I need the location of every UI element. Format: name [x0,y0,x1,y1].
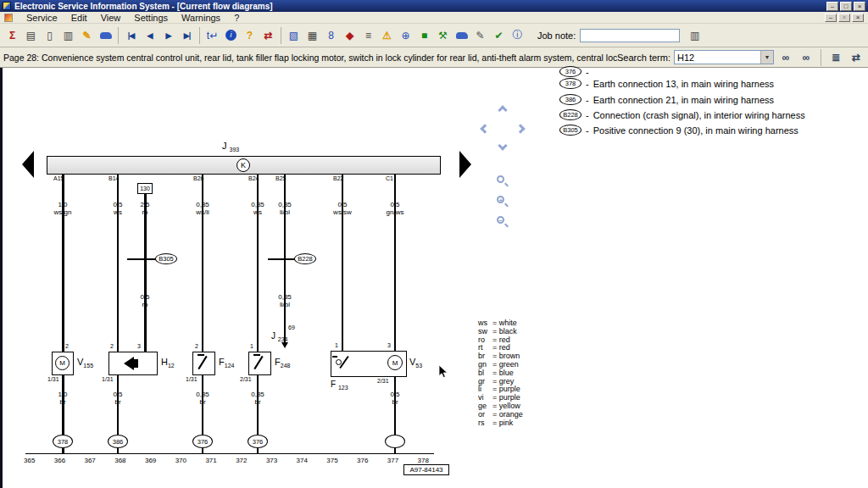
wire-spec: 0,35li/bl [278,293,292,308]
connection-ref-b228[interactable]: B228 [294,253,316,264]
connection-ref-b305[interactable]: B305 [155,253,177,264]
document-edit-icon[interactable]: ✎ [471,26,489,45]
search-term-label: Search term: [617,53,670,63]
job-card-icon[interactable]: ▥ [686,26,704,45]
menu-settings[interactable]: Settings [134,13,168,23]
component-label-f124[interactable]: F124 [219,357,234,369]
service-tools-icon[interactable]: ⚒ [434,26,452,45]
next-page-arrow[interactable] [459,151,471,178]
mdi-minimize-button[interactable]: – [825,14,837,22]
menu-edit[interactable]: Edit [71,13,87,23]
car-icon [100,32,112,39]
help-icon[interactable]: ? [241,26,259,45]
info-icon[interactable]: i [222,26,240,45]
zoom-out-icon[interactable]: − [495,215,509,229]
legend-row: 386 - Earth connection 21, in main wirin… [559,94,774,105]
component-label-f123[interactable]: F 123 [331,380,348,391]
component-label-j234[interactable]: J 234 [271,331,287,342]
user-number-icon[interactable]: 8 [322,26,340,45]
search-binoculars-icon[interactable]: ∞ [777,49,794,66]
legend-dash: - [586,110,589,120]
title-bar: Electronic Service Information System - … [0,0,868,12]
component-label-v53[interactable]: V53 [409,357,422,369]
gem-icon[interactable]: ◆ [341,26,359,45]
connection-ref-badge[interactable]: 376 [559,66,581,77]
fuse-box[interactable]: 130 [137,183,153,194]
connection-ref-badge[interactable]: 378 [559,78,581,89]
window-buttons: – □ × [826,2,865,11]
mdi-window-buttons: – ▫ × [825,14,864,22]
page-bar: Page 28: Convenience system central cont… [0,47,868,68]
wire-spec: 0,5ws/sw [333,201,352,216]
pin-label: 2/31 [377,378,389,384]
pin-label: 1 [335,342,338,348]
ground-ref-badge[interactable]: 376 [248,435,268,448]
ground-ref-badge[interactable]: 376 [192,435,213,448]
connection-ref-badge[interactable]: 386 [559,94,581,105]
connection-line [127,258,158,260]
component-label-h12[interactable]: H12 [161,357,175,369]
documents-icon[interactable]: ▥ [59,26,77,45]
menu-help[interactable]: ? [234,13,239,23]
pin-label: 2/31 [240,376,252,382]
ground-ref-badge[interactable]: 378 [53,435,73,448]
job-note-input[interactable] [580,29,680,42]
note-info-icon[interactable]: ⓘ [509,26,526,45]
notepad-icon[interactable]: ✎ [78,26,96,45]
component-label-j393[interactable]: J 393 [222,141,239,152]
minimize-button[interactable]: – [826,2,838,11]
globe-icon[interactable]: ⊕ [397,26,415,45]
print-icon[interactable]: ▤ [22,26,40,45]
pin-label: 1/31 [186,376,198,382]
previous-page-arrow[interactable] [22,151,34,178]
nav-first-icon[interactable]: |◀ [122,26,140,45]
spreadsheet-icon[interactable]: ▦ [303,26,321,45]
pin-label: 69 [288,324,295,330]
mdi-restore-button[interactable]: ▫ [838,14,850,22]
maximize-button[interactable]: □ [840,2,852,11]
new-document-icon[interactable]: ▯ [41,26,58,45]
wire-arrow [281,342,288,348]
ground-ref-badge[interactable] [385,435,405,448]
vehicle-icon[interactable] [97,26,114,45]
parts-icon[interactable]: ■ [415,26,433,45]
return-icon[interactable]: t↵ [203,26,221,45]
sigma-icon[interactable]: Σ [3,26,21,45]
exchange-icon[interactable]: ⇄ [848,49,865,66]
menu-service[interactable]: Service [26,13,58,23]
zoom-in-icon[interactable]: + [495,195,509,208]
document-check-icon[interactable]: ✔ [490,26,508,45]
legend-dash: - [586,67,589,77]
current-track-numbers: 3653663673683693703713723733743753763773… [24,457,429,464]
close-button[interactable]: × [854,2,865,11]
nav-previous-icon[interactable]: ◀ [141,26,159,45]
motor-symbol: M [55,356,70,370]
nav-next-icon[interactable]: ▶ [159,26,177,45]
chevron-down-icon[interactable]: ▼ [760,51,773,64]
document-list-icon[interactable]: ≡ [359,26,377,45]
warning-icon[interactable]: ⚠ [378,26,396,45]
manual-icon[interactable]: ▧ [285,26,303,45]
menu-bar: Service Edit View Settings Warnings ? – … [0,12,868,24]
compare-icon[interactable]: ⇄ [259,26,277,45]
mdi-close-button[interactable]: × [852,14,864,22]
panel-icon[interactable]: ≣ [827,49,844,66]
search-cluster: Search term: H12 ▼ ∞ ∞ ≣ ⇄ [617,49,865,66]
component-label-f248[interactable]: F248 [275,357,290,369]
nav-last-icon[interactable]: ▶| [178,26,196,45]
menu-warnings[interactable]: Warnings [181,13,220,23]
zoom-area-icon[interactable] [495,175,509,188]
search-term-combo[interactable]: H12 ▼ [674,50,774,64]
color-code-row: rs= pink [478,419,523,428]
component-label-v155[interactable]: V155 [77,357,93,369]
vehicle2-icon[interactable] [453,26,470,45]
connection-ref-badge[interactable]: B228 [559,109,581,120]
toolbar: Σ ▤ ▯ ▥ ✎ |◀ ◀ ▶ ▶| t↵ i ? ⇄ ▧ ▦ 8 ◆ ≡ ⚠… [0,24,868,47]
ground-ref-badge[interactable]: 386 [108,435,128,448]
menu-view[interactable]: View [101,13,121,23]
toolbar-separator [118,27,119,44]
connection-ref-badge[interactable]: B305 [559,125,581,136]
wire-spec: 0,35br [251,391,264,406]
diagram-ref-number: A97-84143 [403,464,449,475]
search-next-icon[interactable]: ∞ [798,49,815,66]
